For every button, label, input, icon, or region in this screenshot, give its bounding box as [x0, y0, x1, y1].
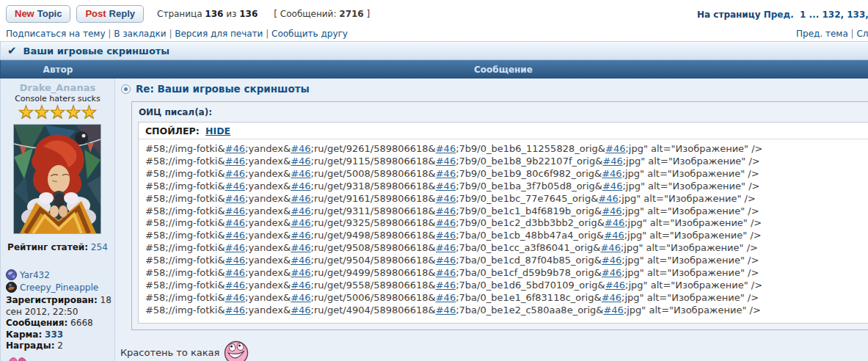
anchor-link[interactable]: #46: [291, 193, 310, 204]
quote-author: ОИЦ писал(а):: [138, 105, 868, 122]
pink-medal-icon: [6, 357, 29, 361]
spoiler-box: СПОЙЛЕР: HIDE #58;//img-fotki&#46;yandex…: [138, 122, 868, 324]
anchor-link[interactable]: #46: [225, 156, 245, 167]
anchor-link[interactable]: #46: [225, 280, 245, 291]
anchor-link[interactable]: #46: [602, 267, 621, 278]
post-line: #58;//img-fotki&#46;yandex&#46;ru/get/50…: [145, 168, 866, 180]
spoiler-header: СПОЙЛЕР: HIDE: [139, 123, 868, 139]
anchor-link[interactable]: #46: [225, 193, 245, 204]
new-topic-button[interactable]: New Topic: [6, 5, 70, 23]
post-line: #58;//img-fotki&#46;yandex&#46;ru/get/93…: [145, 180, 866, 193]
post-footer: Красотень то какая: [120, 340, 868, 361]
anchor-link[interactable]: #46: [436, 305, 456, 316]
table-header: Автор Сообщение: [0, 60, 868, 79]
anchor-link[interactable]: #46: [225, 143, 245, 154]
anchor-link[interactable]: #46: [225, 242, 245, 253]
anchor-link[interactable]: #46: [291, 305, 310, 316]
check-icon: ✔: [7, 45, 17, 56]
anchor-link[interactable]: #46: [436, 143, 456, 154]
nav-link[interactable]: Сообщить другу: [271, 29, 348, 39]
anchor-link[interactable]: #46: [291, 267, 310, 278]
anchor-link[interactable]: #46: [291, 217, 310, 228]
page-number-links[interactable]: 1 ... 132, 133, 134, 13: [800, 10, 868, 20]
page-counter: Страница 136 из 136: [157, 9, 258, 19]
anchor-link[interactable]: #46: [602, 168, 621, 179]
anchor-link[interactable]: #46: [436, 292, 456, 303]
anchor-link[interactable]: #46: [602, 156, 622, 167]
anchor-link[interactable]: #46: [436, 205, 456, 216]
nav-link[interactable]: Пред. тема: [796, 29, 848, 39]
anchor-link[interactable]: #46: [598, 193, 618, 204]
post-row: Drake_Ananas Console haters sucks ★★★★★: [0, 79, 868, 361]
anchor-link[interactable]: #46: [436, 255, 456, 266]
nav-link[interactable]: След: [856, 29, 868, 39]
anchor-link[interactable]: #46: [436, 242, 456, 253]
friends-list: Yar432 Creepy_Pineapple: [1, 269, 114, 293]
anchor-link[interactable]: #46: [602, 292, 621, 303]
anchor-link[interactable]: #46: [436, 156, 456, 167]
anchor-link[interactable]: #46: [436, 193, 456, 204]
anchor-link[interactable]: #46: [605, 143, 625, 154]
anchor-link[interactable]: #46: [604, 230, 624, 241]
anchor-link[interactable]: #46: [225, 305, 245, 316]
separator: |: [263, 29, 271, 39]
anchor-link[interactable]: #46: [436, 217, 456, 228]
anchor-link[interactable]: #46: [291, 156, 310, 167]
author-column-header: Автор: [1, 65, 115, 75]
anchor-link[interactable]: #46: [291, 230, 310, 241]
friend-link[interactable]: Creepy_Pineapple: [20, 282, 98, 293]
separator: |: [167, 29, 175, 39]
nav-link[interactable]: В закладки: [114, 29, 166, 39]
anchor-link[interactable]: #46: [225, 267, 245, 278]
anchor-link[interactable]: #46: [225, 217, 245, 228]
spoiler-hide-link[interactable]: HIDE: [205, 125, 230, 136]
friend-avatar-blue-sphere-icon: [6, 269, 17, 280]
anchor-link[interactable]: #46: [225, 168, 245, 179]
anchor-link[interactable]: #46: [225, 292, 245, 303]
topic-title-bar: ✔ Ваши игровые скриншоты: [0, 41, 868, 60]
anchor-link[interactable]: #46: [291, 168, 310, 179]
prev-page-link[interactable]: Пред.: [764, 10, 794, 20]
anchor-link[interactable]: #46: [291, 292, 310, 303]
anchor-link[interactable]: #46: [436, 230, 456, 241]
anchor-link[interactable]: #46: [291, 180, 310, 192]
post-line: #58;//img-fotki&#46;yandex&#46;ru/get/93…: [145, 205, 866, 218]
anchor-link[interactable]: #46: [436, 168, 456, 179]
anchor-link[interactable]: #46: [225, 205, 245, 216]
anchor-link[interactable]: #46: [225, 230, 245, 241]
separator: |: [848, 29, 857, 39]
pagination: На страницу Пред. 1 ... 132, 133, 134, 1…: [697, 10, 868, 20]
author-sidebar: Drake_Ananas Console haters sucks ★★★★★: [1, 79, 115, 361]
nav-link[interactable]: Подписаться на тему: [6, 29, 106, 39]
article-rating: Рейтинг статей: 254: [1, 242, 114, 252]
stat-karma: Карма: 333: [6, 329, 112, 341]
anchor-link[interactable]: #46: [602, 180, 622, 192]
anchor-link[interactable]: #46: [225, 180, 245, 192]
toolbar: New Topic Post Reply Страница 136 из 136…: [0, 0, 868, 28]
anchor-link[interactable]: #46: [605, 280, 625, 291]
avatar: [13, 124, 101, 234]
anchor-link[interactable]: #46: [436, 267, 456, 278]
anchor-link[interactable]: #46: [603, 305, 623, 316]
anchor-link[interactable]: #46: [436, 280, 456, 291]
anchor-link[interactable]: #46: [291, 143, 310, 154]
anchor-link[interactable]: #46: [436, 180, 456, 192]
pink-awesome-face-smiley-icon: [224, 340, 249, 361]
anchor-link[interactable]: #46: [291, 255, 310, 266]
post-line: #58;//img-fotki&#46;yandex&#46;ru/get/95…: [145, 242, 866, 255]
anchor-link[interactable]: #46: [291, 242, 310, 253]
anchor-link[interactable]: #46: [600, 242, 620, 253]
star-icon: ★: [18, 102, 34, 123]
anchor-link[interactable]: #46: [291, 280, 310, 291]
anchor-link[interactable]: #46: [605, 217, 624, 228]
nav-link[interactable]: Версия для печати: [175, 29, 263, 39]
friend-link[interactable]: Yar432: [20, 270, 50, 280]
anchor-link[interactable]: #46: [225, 255, 245, 266]
anchor-link[interactable]: #46: [602, 205, 621, 216]
user-stats: Зарегистрирован: 18 сен 2012, 22:50 Сооб…: [1, 293, 114, 352]
anchor-link[interactable]: #46: [291, 205, 310, 216]
anchor-link[interactable]: #46: [602, 255, 621, 266]
post-subject-row: Re: Ваши игровые скриншоты: [121, 82, 868, 95]
post-reply-button[interactable]: Post Reply: [76, 5, 144, 23]
post-subject: Re: Ваши игровые скриншоты: [136, 83, 310, 95]
